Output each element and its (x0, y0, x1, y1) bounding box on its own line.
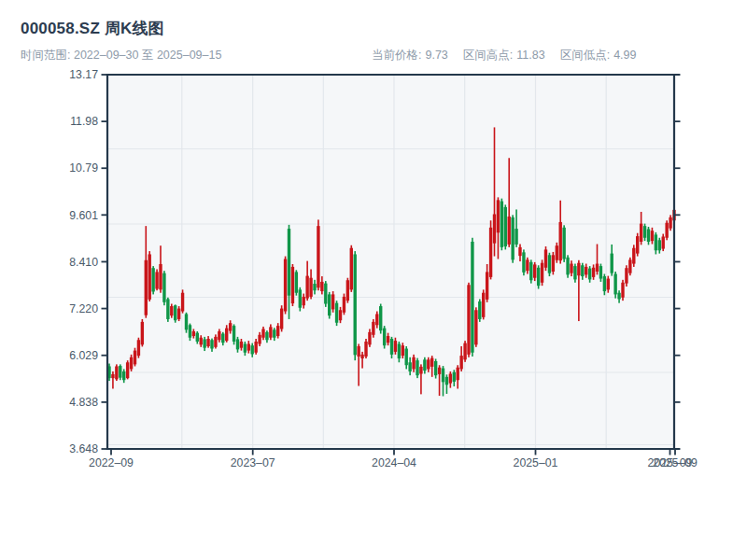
candle-body (269, 327, 272, 337)
candle-body (636, 236, 639, 254)
candle-body (566, 258, 569, 275)
candle-body (236, 339, 239, 349)
candle-body (573, 266, 576, 279)
candle-body (181, 293, 184, 312)
candle-body (137, 340, 140, 356)
candle-body (402, 345, 404, 356)
candle-body (218, 331, 220, 340)
candle-body (552, 255, 555, 272)
candle-body (126, 362, 129, 378)
candle-body (317, 226, 319, 287)
candle-body (299, 289, 302, 307)
candle-body (577, 263, 580, 275)
candle-body (313, 284, 316, 290)
y-axis-label: 13.17 (69, 68, 98, 81)
candle-body (387, 336, 389, 343)
candle-body (463, 343, 466, 360)
candle-body (419, 367, 422, 374)
candle-body (122, 371, 125, 380)
candle-body (394, 341, 397, 352)
x-axis-label: 2025–09 (653, 456, 698, 469)
candle-body (570, 264, 572, 273)
candle-body (225, 329, 228, 341)
candle-body (508, 217, 511, 245)
candle-body (233, 326, 235, 342)
candle-body (658, 240, 661, 250)
candle-body (145, 260, 148, 315)
candle-body (522, 252, 525, 272)
candle-body (457, 368, 459, 380)
candle-body (364, 342, 367, 357)
candle-body (206, 339, 209, 346)
y-axis-label: 7.220 (69, 302, 98, 315)
candle-body (162, 273, 165, 302)
candle-wick (112, 371, 114, 389)
candle-body (537, 268, 540, 286)
candle-body (625, 268, 627, 283)
candle-body (119, 366, 121, 378)
candle-body (189, 325, 191, 337)
candle-body (669, 217, 671, 229)
x-axis-label: 2025–01 (514, 456, 558, 469)
candle-body (427, 359, 430, 369)
candle-body (647, 230, 650, 242)
candle-body (111, 374, 114, 378)
candle-body (258, 335, 261, 344)
candle-body (280, 309, 283, 329)
candle-body (449, 373, 452, 383)
candle-body (497, 200, 500, 232)
candle-body (335, 303, 338, 323)
y-axis-label: 6.029 (69, 349, 98, 362)
candle-body (544, 249, 547, 267)
y-axis-label: 4.838 (69, 396, 98, 409)
candle-body (405, 349, 408, 366)
candle-body (372, 322, 374, 335)
candle-body (284, 259, 287, 312)
candle-body (288, 229, 290, 296)
candle-body (445, 377, 448, 385)
candle-body (196, 333, 199, 342)
candle-body (442, 369, 444, 383)
candle-body (430, 358, 433, 367)
candle-body (305, 276, 308, 299)
candle-body (159, 264, 162, 289)
candle-body (603, 276, 606, 291)
candle-body (331, 294, 334, 309)
candle-body (265, 332, 268, 340)
y-axis-label: 9.601 (69, 209, 98, 222)
candle-body (621, 283, 624, 298)
candle-body (134, 351, 136, 365)
candle-body (247, 343, 250, 350)
candle-body (244, 343, 247, 352)
candle-body (412, 357, 415, 370)
candle-body (651, 231, 654, 241)
candle-body (489, 228, 492, 277)
candle-body (383, 329, 386, 346)
candle-body (141, 322, 144, 344)
candle-body (273, 329, 275, 337)
candle-body (309, 278, 312, 297)
candle-body (632, 248, 635, 264)
y-axis-label: 8.410 (69, 256, 98, 269)
kline-page: 000058.SZ 周K线图 时间范围: 2022–09–30 至 2025–0… (0, 0, 747, 560)
candle-body (607, 279, 610, 290)
candle-wick (361, 352, 363, 369)
candle-body (581, 265, 584, 276)
candle-body (130, 357, 133, 370)
x-axis-label: 2023–07 (231, 456, 275, 469)
candle-body (320, 282, 323, 291)
candle-body (518, 247, 521, 256)
candle-body (471, 242, 473, 353)
candle-body (155, 272, 158, 288)
candle-body (192, 331, 195, 336)
candle-body (585, 267, 587, 274)
candle-body (177, 309, 180, 319)
candle-body (611, 254, 613, 273)
candle-body (533, 264, 536, 277)
candle-body (214, 337, 217, 347)
candle-body (504, 207, 507, 246)
candle-body (240, 342, 243, 348)
candle-body (379, 306, 382, 330)
candle-body (613, 274, 616, 295)
candle-body (526, 259, 529, 271)
